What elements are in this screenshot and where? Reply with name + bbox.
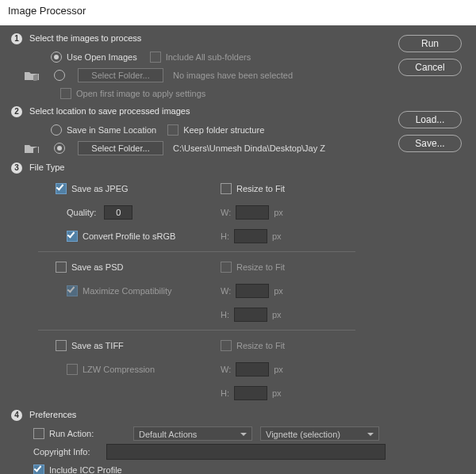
step-3-heading: File Type	[29, 162, 64, 172]
folder-icon	[24, 70, 38, 81]
quality-label: Quality:	[67, 208, 96, 217]
tiff-w-input	[236, 362, 269, 377]
save-as-tiff-label: Save as TIFF	[71, 341, 124, 350]
convert-srgb-label: Convert Profile to sRGB	[83, 231, 175, 241]
tiff-h-px: px	[272, 388, 282, 398]
load-button[interactable]: Load...	[398, 111, 462, 128]
select-folder-radio-1[interactable]	[54, 70, 65, 81]
step-2-heading: Select location to save processed images	[29, 106, 190, 116]
open-first-checkbox	[60, 88, 71, 99]
psd-h-label: H:	[221, 310, 229, 319]
psd-h-px: px	[272, 310, 282, 319]
separator	[38, 251, 355, 252]
psd-resize-label: Resize to Fit	[236, 262, 285, 272]
save-folder-path: C:\Users\Unmesh Dinda\Desktop\Jay Z	[173, 143, 325, 153]
max-compat-label: Maximize Compatibility	[83, 286, 171, 296]
action-set-select[interactable]: Default Actions	[133, 426, 252, 441]
tiff-h-label: H:	[221, 388, 229, 398]
save-same-location-radio[interactable]	[51, 124, 62, 136]
save-as-psd-label: Save as PSD	[71, 262, 123, 272]
no-images-hint: No images have been selected	[173, 71, 293, 80]
psd-h-input	[234, 308, 267, 322]
step-3-badge: 3	[11, 162, 22, 174]
save-as-jpeg-label: Save as JPEG	[71, 184, 129, 193]
max-compat-checkbox	[67, 285, 78, 296]
keep-folder-checkbox	[167, 124, 178, 136]
step-1-badge: 1	[11, 33, 22, 44]
use-open-images-label: Use Open Images	[67, 52, 137, 62]
include-subfolders-checkbox	[150, 52, 161, 63]
jpeg-w-input	[236, 205, 269, 220]
include-icc-checkbox[interactable]	[33, 464, 44, 474]
folder-icon	[24, 143, 38, 154]
action-name-select[interactable]: Vignette (selection)	[260, 426, 379, 441]
include-icc-label: Include ICC Profile	[49, 465, 122, 474]
tiff-w-label: W:	[221, 365, 231, 374]
save-same-location-label: Save in Same Location	[67, 125, 156, 135]
keep-folder-label: Keep folder structure	[183, 125, 264, 135]
psd-w-label: W:	[221, 286, 231, 296]
run-action-label: Run Action:	[49, 429, 133, 438]
convert-srgb-checkbox[interactable]	[67, 231, 78, 242]
save-as-tiff-checkbox[interactable]	[56, 340, 67, 351]
save-as-psd-checkbox[interactable]	[56, 262, 67, 273]
run-button[interactable]: Run	[398, 35, 462, 52]
psd-resize-checkbox	[221, 262, 232, 273]
lzw-checkbox	[67, 364, 78, 375]
step-4-badge: 4	[11, 410, 22, 421]
jpeg-h-input	[234, 229, 267, 243]
select-folder-button-1[interactable]: Select Folder...	[78, 68, 163, 82]
tiff-resize-label: Resize to Fit	[236, 341, 285, 350]
tiff-h-input	[234, 386, 267, 400]
jpeg-resize-label: Resize to Fit	[236, 184, 285, 193]
select-folder-button-2[interactable]: Select Folder...	[78, 141, 163, 155]
tiff-resize-checkbox	[221, 340, 232, 351]
select-folder-radio-2[interactable]	[54, 143, 65, 154]
jpeg-h-px: px	[272, 231, 282, 241]
quality-input[interactable]: 0	[104, 205, 132, 220]
jpeg-w-px: px	[274, 208, 283, 217]
run-action-checkbox[interactable]	[33, 428, 44, 439]
cancel-button[interactable]: Cancel	[398, 59, 462, 76]
lzw-label: LZW Compression	[83, 365, 155, 374]
open-first-label: Open first image to apply settings	[76, 89, 205, 98]
save-as-jpeg-checkbox[interactable]	[56, 183, 67, 194]
psd-w-px: px	[274, 286, 283, 296]
copyright-input[interactable]	[106, 444, 386, 460]
copyright-label: Copyright Info:	[33, 447, 106, 457]
step-4-heading: Preferences	[29, 410, 76, 419]
step-1-heading: Select the images to process	[29, 33, 141, 43]
tiff-w-px: px	[274, 365, 283, 374]
window-title: Image Processor	[0, 0, 476, 25]
step-2-badge: 2	[11, 106, 22, 117]
jpeg-w-label: W:	[221, 208, 231, 217]
jpeg-h-label: H:	[221, 231, 229, 241]
separator	[38, 330, 355, 331]
jpeg-resize-checkbox[interactable]	[221, 183, 232, 194]
save-button[interactable]: Save...	[398, 135, 462, 152]
psd-w-input	[236, 284, 269, 298]
include-subfolders-label: Include All sub-folders	[166, 52, 251, 62]
use-open-images-radio[interactable]	[51, 52, 62, 63]
